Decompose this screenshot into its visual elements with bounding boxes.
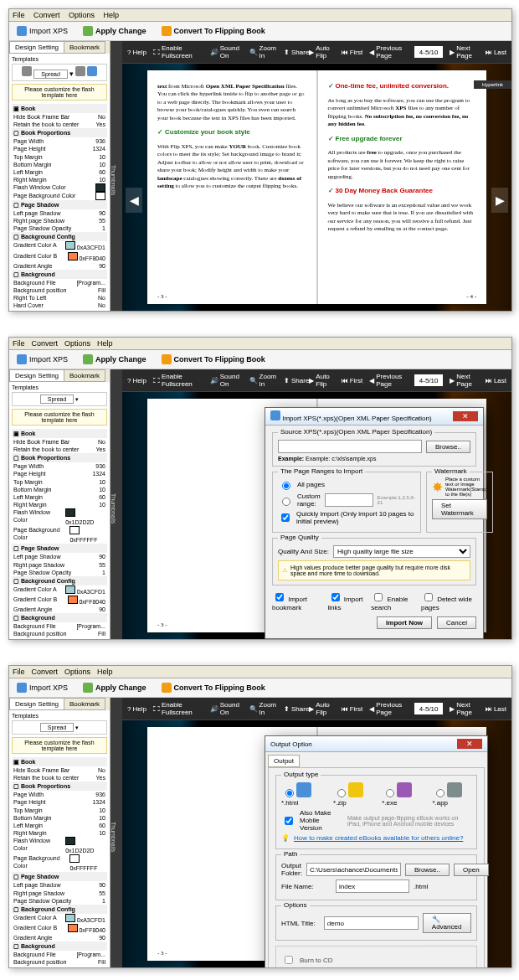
convert-button[interactable]: Convert To Flipping Book — [158, 24, 269, 38]
template-spread[interactable]: Spread — [33, 70, 68, 79]
prev-button[interactable]: ◀ Previous Page — [369, 44, 408, 59]
app-icon — [447, 782, 462, 797]
apply-change-button[interactable]: Apply Change — [80, 681, 150, 694]
tab-output[interactable]: Output — [268, 755, 300, 767]
options-label: Options — [281, 901, 310, 909]
app-window-1: File Convert Options Help Import XPS App… — [8, 8, 512, 312]
apply-icon — [83, 26, 93, 36]
menu-options[interactable]: Options — [69, 11, 95, 19]
advanced-button[interactable]: 🔧 Advanced — [423, 913, 471, 933]
last-button[interactable]: ⏭ Last — [486, 49, 506, 56]
group-bgconf[interactable]: ▢ Background Config — [12, 232, 107, 241]
tab-bookmark[interactable]: Bookmark — [64, 41, 105, 54]
color-swatch[interactable] — [95, 183, 105, 192]
zip-icon — [348, 782, 363, 797]
output-folder-input[interactable] — [306, 863, 401, 876]
custom-range-radio[interactable] — [282, 498, 290, 506]
page-heading: ✓Customize your book style — [157, 128, 306, 137]
page-heading: ✓One-time fee, unlimited conversion. — [328, 82, 477, 91]
template-dropdown-icon[interactable]: ▾ — [69, 70, 74, 78]
menu-help[interactable]: Help — [104, 11, 120, 19]
page-number: - 3 - — [157, 293, 167, 301]
import-xps-button[interactable]: Import XPS — [13, 24, 71, 38]
import-xps-button[interactable]: Import XPS — [13, 353, 71, 366]
detect-wide-checkbox[interactable] — [424, 593, 433, 601]
filename-input[interactable] — [336, 879, 409, 893]
import-now-button[interactable]: Import Now — [377, 616, 432, 629]
app-window-3: FileConvertOptionsHelp Import XPS Apply … — [8, 665, 512, 968]
html-radio[interactable]: *.html — [281, 782, 321, 807]
group-bg[interactable]: ▢ Background — [12, 270, 107, 279]
watermark-label: Watermark — [432, 467, 470, 475]
tab-design[interactable]: Design Setting — [9, 41, 64, 54]
thumbnails-tab[interactable]: Thumbnails — [110, 165, 116, 195]
sound-button[interactable]: 🔊 Sound On — [210, 44, 243, 59]
html-title-input[interactable] — [324, 916, 419, 930]
output-type-label: Output type — [281, 771, 321, 778]
color-swatch[interactable] — [95, 192, 105, 200]
nav-left-icon[interactable]: ◀ — [126, 188, 142, 213]
import-bookmark-checkbox[interactable] — [275, 593, 284, 601]
templates-label: Templates — [12, 56, 107, 62]
zip-radio[interactable]: *.zip — [333, 782, 370, 807]
browse-button[interactable]: Browse.. — [426, 441, 470, 453]
template-pick-icon[interactable] — [75, 66, 85, 76]
all-pages-radio[interactable] — [282, 482, 290, 490]
source-input[interactable] — [278, 440, 422, 453]
next-button[interactable]: ▶ Next Page — [450, 44, 479, 59]
convert-button[interactable]: Convert To Flipping Book — [158, 353, 269, 366]
menu-file[interactable]: File — [13, 11, 25, 19]
path-label: Path — [281, 850, 300, 858]
apply-change-button[interactable]: Apply Change — [80, 24, 150, 38]
menu-convert[interactable]: Convert — [33, 11, 60, 19]
help-button[interactable]: ? Help — [127, 49, 146, 56]
burn-cd-checkbox[interactable] — [285, 956, 293, 964]
page-text: We believe our software is an exceptiona… — [328, 202, 477, 234]
cancel-button[interactable]: Cancel — [437, 616, 476, 629]
page-text: With Flip XPS, you can make YOUR book. C… — [157, 143, 306, 191]
close-icon[interactable]: ✕ — [457, 739, 482, 749]
nav-right-icon[interactable]: ▶ — [491, 188, 508, 213]
viewer-toolbar: ? Help ⛶ Enable Fullscreen 🔊 Sound On 🔍 … — [122, 41, 511, 64]
share-button[interactable]: ⬆ Share — [284, 49, 309, 56]
howto-link[interactable]: How to make created eBooks available for… — [294, 834, 463, 842]
template-prev-icon[interactable] — [22, 66, 32, 76]
page-text: text from Microsoft Open XML Paper Speci… — [157, 83, 306, 122]
import-icon — [270, 410, 280, 420]
preview-sidestrip: Thumbnails Search — [110, 41, 122, 311]
exe-radio[interactable]: *.exe — [382, 782, 420, 807]
browse-button[interactable]: Browse.. — [405, 864, 450, 876]
app-radio[interactable]: *.app — [432, 782, 471, 807]
import-dialog: Import XPS(*.xps)(Open XML Paper Specifi… — [265, 407, 484, 639]
quality-warning: ⚠High values produce better page quality… — [278, 560, 470, 580]
group-book[interactable]: ▣ Book — [12, 104, 107, 113]
apply-change-button[interactable]: Apply Change — [80, 353, 150, 366]
template-save-icon[interactable] — [87, 66, 97, 76]
custom-range-input[interactable] — [325, 493, 373, 507]
import-xps-button[interactable]: Import XPS — [13, 681, 71, 694]
group-proportions[interactable]: ▢ Book Proportions — [12, 128, 107, 137]
enable-search-checkbox[interactable] — [374, 593, 383, 601]
import-links-checkbox[interactable] — [331, 593, 340, 601]
quality-label: Page Quality — [278, 534, 321, 541]
group-shadow[interactable]: ▢ Page Shadow — [12, 200, 107, 209]
set-watermark-button[interactable]: Set Watermark — [432, 499, 487, 519]
convert-button[interactable]: Convert To Flipping Book — [158, 681, 269, 694]
autoflip-button[interactable]: ▶ Auto Flip — [309, 44, 334, 59]
quality-select[interactable]: High quality large file size — [333, 545, 470, 558]
page-heading: ✓30 Day Money Back Guarantee — [328, 187, 477, 196]
open-button[interactable]: Open — [454, 864, 489, 876]
help-icon: 💡 — [281, 834, 290, 842]
page-number: - 4 - — [466, 293, 476, 301]
settings-tree: ▣ Book Hide Book Frame BarNo Retain the … — [12, 104, 107, 311]
close-icon[interactable]: ✕ — [453, 411, 478, 421]
mobile-checkbox[interactable] — [285, 817, 293, 825]
output-dialog: Output Option✕ Output Output type *.html… — [265, 735, 488, 967]
html-icon — [296, 782, 311, 797]
zoom-button[interactable]: 🔍 Zoom In — [249, 44, 277, 59]
quick-import-checkbox[interactable] — [281, 513, 290, 522]
fullscreen-button[interactable]: ⛶ Enable Fullscreen — [153, 44, 203, 59]
page-text: All products are free to upgrade, once y… — [328, 149, 477, 181]
first-button[interactable]: ⏮ First — [342, 49, 363, 56]
page-input[interactable] — [414, 46, 443, 58]
